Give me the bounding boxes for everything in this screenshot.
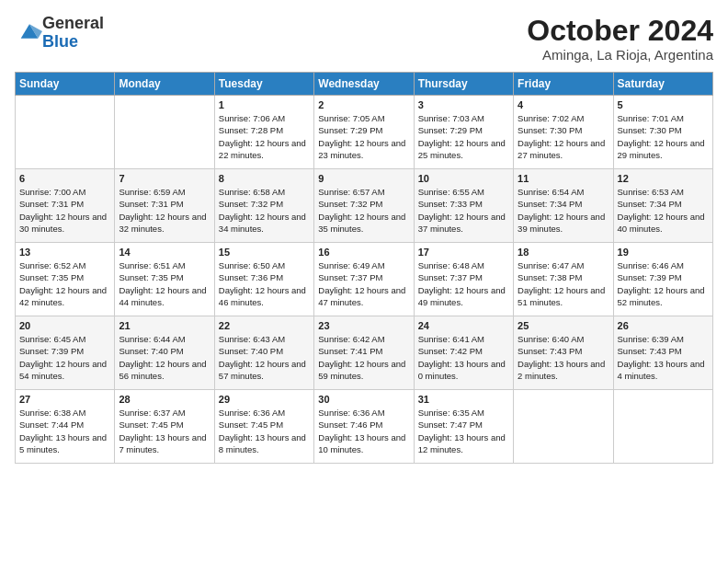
day-number: 15 [219, 247, 310, 258]
day-number: 4 [518, 99, 609, 110]
day-number: 18 [518, 247, 609, 258]
page: General Blue October 2024 Aminga, La Rio… [0, 0, 728, 563]
table-row: 29 Sunrise: 6:36 AMSunset: 7:45 PMDaylig… [214, 390, 313, 464]
day-info: Sunrise: 6:46 AMSunset: 7:39 PMDaylight:… [618, 259, 709, 308]
table-row: 8 Sunrise: 6:58 AMSunset: 7:32 PMDayligh… [214, 169, 313, 243]
day-info: Sunrise: 6:37 AMSunset: 7:45 PMDaylight:… [119, 407, 210, 455]
logo-blue: Blue [42, 32, 78, 51]
table-row [514, 390, 613, 464]
day-number: 16 [318, 247, 409, 258]
logo-text: General Blue [42, 15, 104, 52]
day-number: 10 [418, 173, 509, 184]
table-row: 4 Sunrise: 7:02 AMSunset: 7:30 PMDayligh… [514, 96, 613, 169]
day-number: 5 [618, 99, 709, 110]
day-number: 13 [19, 247, 110, 258]
day-info: Sunrise: 6:36 AMSunset: 7:45 PMDaylight:… [219, 407, 310, 455]
day-number: 11 [518, 173, 609, 184]
logo-general: General [42, 14, 104, 32]
day-info: Sunrise: 6:45 AMSunset: 7:39 PMDaylight:… [19, 333, 110, 382]
table-row: 25 Sunrise: 6:40 AMSunset: 7:43 PMDaylig… [514, 316, 613, 390]
day-number: 31 [418, 394, 509, 405]
title-block: October 2024 Aminga, La Rioja, Argentina [527, 15, 713, 63]
day-info: Sunrise: 6:38 AMSunset: 7:44 PMDaylight:… [19, 407, 110, 455]
day-number: 23 [318, 320, 409, 331]
calendar-week-row: 20 Sunrise: 6:45 AMSunset: 7:39 PMDaylig… [16, 316, 713, 390]
table-row: 12 Sunrise: 6:53 AMSunset: 7:34 PMDaylig… [613, 169, 712, 243]
table-row: 3 Sunrise: 7:03 AMSunset: 7:29 PMDayligh… [414, 96, 513, 169]
day-number: 12 [618, 173, 709, 184]
col-friday: Friday [514, 73, 613, 96]
table-row: 10 Sunrise: 6:55 AMSunset: 7:33 PMDaylig… [414, 169, 513, 243]
day-info: Sunrise: 6:55 AMSunset: 7:33 PMDaylight:… [418, 186, 509, 235]
logo: General Blue [15, 15, 104, 52]
day-info: Sunrise: 6:39 AMSunset: 7:43 PMDaylight:… [618, 333, 709, 382]
day-info: Sunrise: 6:47 AMSunset: 7:38 PMDaylight:… [518, 259, 609, 308]
day-info: Sunrise: 7:03 AMSunset: 7:29 PMDaylight:… [418, 112, 509, 161]
day-number: 27 [19, 394, 110, 405]
day-number: 21 [119, 320, 210, 331]
table-row: 27 Sunrise: 6:38 AMSunset: 7:44 PMDaylig… [16, 390, 115, 464]
day-number: 30 [318, 394, 409, 405]
day-info: Sunrise: 6:40 AMSunset: 7:43 PMDaylight:… [518, 333, 609, 382]
day-number: 17 [418, 247, 509, 258]
day-number: 25 [518, 320, 609, 331]
table-row: 1 Sunrise: 7:06 AMSunset: 7:28 PMDayligh… [214, 96, 313, 169]
day-info: Sunrise: 6:44 AMSunset: 7:40 PMDaylight:… [119, 333, 210, 382]
col-monday: Monday [115, 73, 214, 96]
day-number: 6 [19, 173, 110, 184]
day-number: 9 [318, 173, 409, 184]
calendar-header-row: Sunday Monday Tuesday Wednesday Thursday… [16, 73, 713, 96]
day-number: 28 [119, 394, 210, 405]
table-row: 15 Sunrise: 6:50 AMSunset: 7:36 PMDaylig… [214, 243, 313, 316]
day-info: Sunrise: 6:41 AMSunset: 7:42 PMDaylight:… [418, 333, 509, 382]
col-sunday: Sunday [16, 73, 115, 96]
day-info: Sunrise: 6:50 AMSunset: 7:36 PMDaylight:… [219, 259, 310, 308]
table-row [115, 96, 214, 169]
day-info: Sunrise: 7:00 AMSunset: 7:31 PMDaylight:… [19, 186, 110, 235]
day-number: 26 [618, 320, 709, 331]
day-number: 8 [219, 173, 310, 184]
day-info: Sunrise: 6:36 AMSunset: 7:46 PMDaylight:… [318, 407, 409, 455]
table-row [16, 96, 115, 169]
col-tuesday: Tuesday [214, 73, 313, 96]
day-info: Sunrise: 7:06 AMSunset: 7:28 PMDaylight:… [219, 112, 310, 161]
table-row: 23 Sunrise: 6:42 AMSunset: 7:41 PMDaylig… [314, 316, 414, 390]
table-row: 28 Sunrise: 6:37 AMSunset: 7:45 PMDaylig… [115, 390, 214, 464]
col-wednesday: Wednesday [314, 73, 414, 96]
day-info: Sunrise: 6:43 AMSunset: 7:40 PMDaylight:… [219, 333, 310, 382]
day-info: Sunrise: 6:42 AMSunset: 7:41 PMDaylight:… [318, 333, 409, 382]
table-row: 14 Sunrise: 6:51 AMSunset: 7:35 PMDaylig… [115, 243, 214, 316]
day-info: Sunrise: 7:01 AMSunset: 7:30 PMDaylight:… [618, 112, 709, 161]
day-number: 3 [418, 99, 509, 110]
table-row: 26 Sunrise: 6:39 AMSunset: 7:43 PMDaylig… [613, 316, 712, 390]
col-thursday: Thursday [414, 73, 513, 96]
day-info: Sunrise: 6:51 AMSunset: 7:35 PMDaylight:… [119, 259, 210, 308]
table-row: 2 Sunrise: 7:05 AMSunset: 7:29 PMDayligh… [314, 96, 414, 169]
day-info: Sunrise: 6:52 AMSunset: 7:35 PMDaylight:… [19, 259, 110, 308]
day-info: Sunrise: 6:58 AMSunset: 7:32 PMDaylight:… [219, 186, 310, 235]
table-row: 21 Sunrise: 6:44 AMSunset: 7:40 PMDaylig… [115, 316, 214, 390]
logo-icon [17, 18, 42, 44]
day-number: 7 [119, 173, 210, 184]
table-row: 20 Sunrise: 6:45 AMSunset: 7:39 PMDaylig… [16, 316, 115, 390]
day-info: Sunrise: 6:54 AMSunset: 7:34 PMDaylight:… [518, 186, 609, 235]
day-info: Sunrise: 6:53 AMSunset: 7:34 PMDaylight:… [618, 186, 709, 235]
calendar-table: Sunday Monday Tuesday Wednesday Thursday… [15, 72, 713, 464]
day-info: Sunrise: 7:02 AMSunset: 7:30 PMDaylight:… [518, 112, 609, 161]
table-row: 16 Sunrise: 6:49 AMSunset: 7:37 PMDaylig… [314, 243, 414, 316]
table-row: 5 Sunrise: 7:01 AMSunset: 7:30 PMDayligh… [613, 96, 712, 169]
calendar-subtitle: Aminga, La Rioja, Argentina [527, 47, 713, 63]
day-info: Sunrise: 6:59 AMSunset: 7:31 PMDaylight:… [119, 186, 210, 235]
day-info: Sunrise: 6:48 AMSunset: 7:37 PMDaylight:… [418, 259, 509, 308]
day-info: Sunrise: 6:49 AMSunset: 7:37 PMDaylight:… [318, 259, 409, 308]
day-number: 20 [19, 320, 110, 331]
day-number: 2 [318, 99, 409, 110]
table-row: 17 Sunrise: 6:48 AMSunset: 7:37 PMDaylig… [414, 243, 513, 316]
day-info: Sunrise: 6:35 AMSunset: 7:47 PMDaylight:… [418, 407, 509, 455]
day-number: 22 [219, 320, 310, 331]
day-number: 14 [119, 247, 210, 258]
day-info: Sunrise: 6:57 AMSunset: 7:32 PMDaylight:… [318, 186, 409, 235]
table-row: 24 Sunrise: 6:41 AMSunset: 7:42 PMDaylig… [414, 316, 513, 390]
table-row: 6 Sunrise: 7:00 AMSunset: 7:31 PMDayligh… [16, 169, 115, 243]
day-info: Sunrise: 7:05 AMSunset: 7:29 PMDaylight:… [318, 112, 409, 161]
